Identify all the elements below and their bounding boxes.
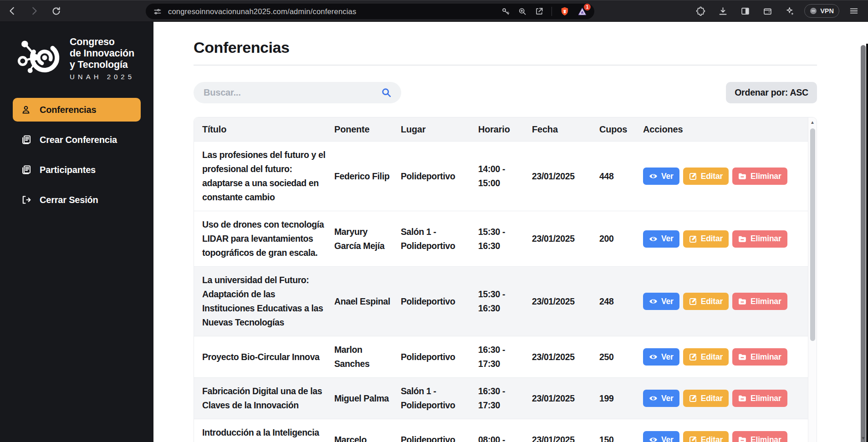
sidebar-item-conferencias[interactable]: Conferencias [13,98,141,122]
editar-button[interactable]: Editar [683,293,729,310]
cell-cupos: 200 [599,232,643,246]
search-icon[interactable] [381,87,392,98]
search-box[interactable] [194,82,401,103]
folder-delete-icon [738,173,747,180]
window-scrollbar[interactable]: ▼ [860,44,866,442]
reload-button[interactable] [48,3,64,19]
ver-button[interactable]: Ver [643,390,679,407]
eye-icon [649,235,658,243]
window-scrollbar-thumb[interactable] [861,45,866,442]
edit-pencil-icon [689,353,697,361]
editar-button[interactable]: Editar [683,168,729,185]
editar-button[interactable]: Editar [683,230,729,248]
reload-icon [51,6,61,16]
editar-button[interactable]: Editar [683,348,729,366]
ver-label: Ver [661,352,674,362]
column-header-lugar: Lugar [401,124,478,135]
sidebar-item-crear-conferencia[interactable]: Crear Conferencia [13,128,141,152]
sidebar: Congreso de Innovación y Tecnología UNAH… [0,22,153,442]
folder-delete-icon [738,395,747,402]
journal-icon [20,164,31,175]
table-row: Fabricación Digital una de las Claves de… [194,377,817,419]
editar-button[interactable]: Editar [683,390,729,407]
ver-button[interactable]: Ver [643,230,679,248]
cell-titulo: La universidad del Futuro: Adaptación de… [202,273,334,330]
cell-lugar: Polideportivo [401,169,478,183]
search-input[interactable] [203,87,376,98]
eliminar-label: Eliminar [751,352,781,362]
eliminar-button[interactable]: Eliminar [732,431,787,442]
cell-cupos: 199 [599,391,643,406]
ver-button[interactable]: Ver [643,348,679,366]
column-header-acciones: Acciones [643,124,805,135]
url-text: congresoinnovacionunah2025.com/admin/con… [168,7,356,16]
extensions-button[interactable] [693,3,708,19]
vpn-button[interactable]: VPN [804,4,839,18]
zoom-icon[interactable] [518,7,527,16]
person-icon [20,104,31,115]
ver-button[interactable]: Ver [643,168,679,185]
sidebar-toggle-button[interactable] [737,3,753,19]
sidebar-item-cerrar-sesion[interactable]: Cerrar Sesión [13,188,141,212]
folder-delete-icon [738,353,747,361]
eliminar-button[interactable]: Eliminar [732,348,787,366]
row-actions: Ver Editar Eliminar [643,348,805,366]
page-title: Conferencias [194,38,817,56]
sidebar-menu: Conferencias Crear Conferencia Participa… [0,98,153,212]
conferences-table: Título Ponente Lugar Horario Fecha Cupos… [194,117,817,442]
menu-button[interactable] [846,3,862,19]
table-scrollbar[interactable]: ▲ [808,117,817,442]
column-header-cupos: Cupos [599,124,643,135]
eliminar-button[interactable]: Eliminar [732,390,787,407]
table-row: Proyecto Bio-Circular Innova Marlon Sanc… [194,336,817,377]
ver-button[interactable]: Ver [643,293,679,310]
cell-fecha: 23/01/2025 [532,295,599,309]
ver-label: Ver [661,172,674,181]
cell-fecha: 23/01/2025 [532,232,599,246]
cell-fecha: 23/01/2025 [532,350,599,364]
edit-pencil-icon [689,172,697,180]
cell-titulo: Introducción a la Inteligencia Artificia… [202,426,334,442]
forward-button[interactable] [26,3,42,19]
sidebar-item-label: Cerrar Sesión [40,195,98,205]
downloads-button[interactable] [715,3,730,19]
browser-toolbar: congresoinnovacionunah2025.com/admin/con… [0,0,868,22]
editar-label: Editar [701,352,723,362]
site-settings-icon[interactable] [153,7,162,16]
cell-cupos: 448 [599,169,643,183]
sort-button[interactable]: Ordenar por: ASC [726,82,817,103]
cell-horario: 14:00 - 15:00 [478,162,532,190]
table-header-row: Título Ponente Lugar Horario Fecha Cupos… [194,117,817,141]
eliminar-button[interactable]: Eliminar [732,293,787,310]
cell-horario: 08:00 - [478,433,532,442]
eliminar-button[interactable]: Eliminar [732,168,787,185]
row-actions: Ver Editar Eliminar [643,168,805,185]
table-row: Introducción a la Inteligencia Artificia… [194,419,817,442]
journal-icon [20,134,31,145]
ver-label: Ver [661,435,674,442]
url-bar[interactable]: congresoinnovacionunah2025.com/admin/con… [146,4,594,19]
hamburger-icon [849,6,859,16]
back-button[interactable] [5,3,20,19]
cell-lugar: Salón 1 - Polideportivo [401,225,478,253]
password-key-icon[interactable] [501,7,510,16]
ver-button[interactable]: Ver [643,431,679,442]
leo-ai-button[interactable] [782,3,797,19]
cell-ponente: Miguel Palma [334,391,401,406]
cell-horario: 16:30 - 17:30 [478,384,532,412]
cell-cupos: 150 [599,433,643,442]
brave-shield-icon[interactable] [560,6,570,16]
extension-triangle-button[interactable]: 1 [577,7,587,16]
eliminar-button[interactable]: Eliminar [732,230,787,248]
editar-label: Editar [701,172,723,181]
scroll-up-arrow-icon[interactable]: ▲ [808,120,817,125]
share-icon[interactable] [535,7,544,16]
logo-line-1: Congreso [70,36,135,48]
wallet-button[interactable] [760,3,775,19]
sidebar-item-participantes[interactable]: Participantes [13,158,141,182]
folder-delete-icon [738,298,747,305]
editar-button[interactable]: Editar [683,431,729,442]
scroll-down-arrow-icon[interactable]: ▼ [860,436,866,441]
table-scrollbar-thumb[interactable] [810,128,815,341]
eye-icon [649,395,658,402]
